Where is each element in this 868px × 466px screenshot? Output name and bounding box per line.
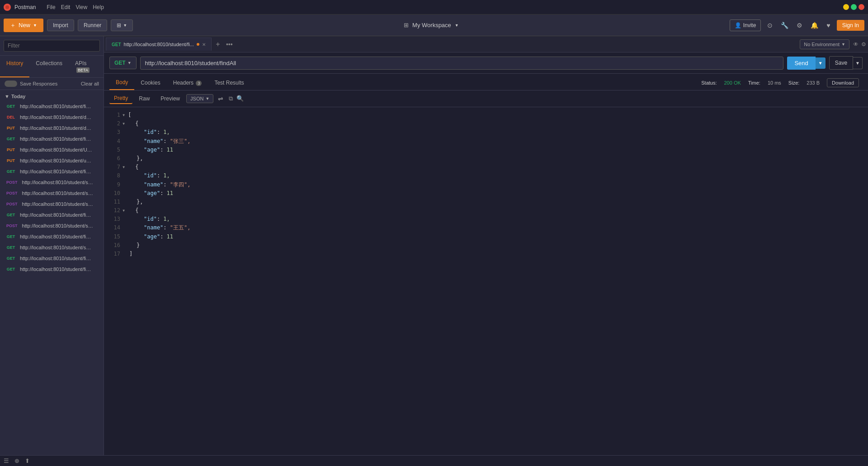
list-item[interactable]: POST http://localhost:8010/student/save — [0, 199, 104, 209]
menu-edit[interactable]: Edit — [61, 4, 71, 10]
search-icon[interactable]: 🔍 — [236, 95, 244, 102]
minimize-button[interactable] — [843, 4, 849, 10]
request-bar: GET ▼ Send ▼ Save ▼ — [104, 52, 868, 74]
menu-view[interactable]: View — [75, 4, 87, 10]
menu-file[interactable]: File — [47, 4, 55, 10]
list-item[interactable]: GET http://localhost:8010/student/findAl… — [0, 133, 104, 144]
format-tab-preview[interactable]: Preview — [156, 94, 184, 104]
list-item[interactable]: GET http://localhost:8010/student/findAl… — [0, 264, 104, 275]
history-group-today[interactable]: ▼ Today — [0, 90, 104, 101]
tab-apis[interactable]: APIs BETA — [69, 56, 104, 77]
list-item[interactable]: PUT http://localhost:8010/student/update — [0, 155, 104, 166]
tab-cookies[interactable]: Cookies — [134, 76, 166, 90]
tab-test-results[interactable]: Test Results — [208, 76, 250, 90]
method-selector[interactable]: GET ▼ — [109, 57, 137, 69]
wrench-icon-button[interactable]: 🔧 — [779, 20, 790, 31]
save-dropdown-button[interactable]: ▼ — [853, 57, 863, 69]
env-icons: 👁 ⚙ — [853, 41, 866, 48]
tab-collections[interactable]: Collections — [29, 56, 69, 77]
list-item[interactable]: POST http://localhost:8010/student/save — [0, 220, 104, 231]
collapse-icon[interactable]: ▾ — [122, 119, 125, 128]
chevron-down-icon: ▼ — [205, 96, 209, 101]
tab-headers[interactable]: Headers 3 — [167, 76, 208, 90]
list-item[interactable]: GET http://localhost:8010/student/findBy… — [0, 253, 104, 264]
download-button[interactable]: Download — [827, 78, 859, 87]
send-button[interactable]: Send — [787, 57, 815, 70]
more-tabs-button[interactable]: ••• — [223, 39, 236, 50]
runner-button[interactable]: Runner — [78, 19, 107, 31]
history-url: http://localhost:8010/student/findByld/3 — [20, 256, 92, 261]
tab-method-badge: GET — [112, 42, 121, 47]
taskbar-icon-2[interactable]: ⊕ — [14, 457, 19, 464]
clear-all-button[interactable]: Clear all — [81, 81, 99, 86]
history-url: http://localhost:8010/student/findAll — [20, 104, 92, 109]
plus-icon: ＋ — [10, 21, 16, 29]
chevron-down-icon: ▼ — [123, 23, 127, 28]
gear-icon[interactable]: ⚙ — [861, 41, 866, 48]
tab-history[interactable]: History — [0, 56, 29, 77]
eye-icon[interactable]: 👁 — [853, 41, 859, 48]
line-number: 6 — [109, 154, 120, 163]
format-tab-pretty[interactable]: Pretty — [109, 93, 132, 104]
list-item[interactable]: GET http://localhost:8010/student/findAl… — [0, 231, 104, 242]
satellite-icon-button[interactable]: ⊙ — [765, 20, 774, 31]
menu-help[interactable]: Help — [93, 4, 104, 10]
history-url: http://localhost:8010/student/deleteByld… — [20, 125, 92, 131]
history-list: GET http://localhost:8010/student/findAl… — [0, 101, 104, 455]
collapse-icon[interactable]: ▾ — [122, 111, 125, 119]
history-url: http://localhost:8010/student/findAll — [20, 266, 92, 272]
list-item[interactable]: GET http://localhost:8010/student/findAl… — [0, 166, 104, 177]
window-controls — [843, 4, 864, 10]
maximize-button[interactable] — [851, 4, 857, 10]
settings-icon-button[interactable]: ⚙ — [795, 20, 804, 31]
line-number: 13 — [109, 215, 120, 223]
invite-button[interactable]: 👤 Invite — [730, 19, 761, 31]
bell-icon-button[interactable]: 🔔 — [809, 20, 820, 31]
url-input[interactable] — [140, 57, 784, 70]
wrap-icon-button[interactable]: ⇌ — [218, 95, 223, 102]
line-number: 11 — [109, 198, 120, 206]
close-button[interactable] — [859, 4, 864, 10]
line-number: 17 — [109, 250, 120, 258]
send-dropdown-button[interactable]: ▼ — [816, 57, 826, 69]
list-item[interactable]: POST http://localhost:8010/student/save — [0, 188, 104, 199]
title-bar: Postman File Edit View Help — [0, 0, 868, 14]
sign-in-button[interactable]: Sign In — [837, 20, 864, 31]
request-tab[interactable]: GET http://localhost:8010/student/fi... … — [106, 38, 212, 51]
taskbar-icon-3[interactable]: ⬆ — [25, 457, 30, 464]
list-item[interactable]: GET http://localhost:8010/student/findAl… — [0, 209, 104, 220]
chevron-down-icon: ▼ — [841, 42, 845, 47]
json-line: 6 }, — [109, 154, 863, 163]
import-button[interactable]: Import — [47, 19, 74, 31]
save-button[interactable]: Save — [829, 56, 853, 70]
list-item[interactable]: DEL http://localhost:8010/student/delete… — [0, 112, 104, 123]
list-item[interactable]: GET http://localhost:8010/student/findAl… — [0, 101, 104, 112]
size-label: Size: — [788, 80, 799, 86]
heart-icon-button[interactable]: ♥ — [825, 20, 832, 31]
list-item[interactable]: POST http://localhost:8010/student/save — [0, 177, 104, 188]
search-input[interactable] — [4, 40, 100, 52]
list-item[interactable]: GET http://localhost:8010/student/save — [0, 242, 104, 253]
json-type-selector[interactable]: JSON ▼ — [186, 94, 213, 103]
environment-selector[interactable]: No Environment ▼ — [800, 39, 849, 49]
line-number: 15 — [109, 233, 120, 241]
new-button[interactable]: ＋ New ▼ — [4, 19, 43, 32]
history-url: http://localhost:8010/student/deleteByld… — [20, 114, 92, 120]
copy-icon[interactable]: ⧉ — [229, 95, 233, 102]
collapse-icon[interactable]: ▾ — [122, 163, 125, 171]
workspace-selector[interactable]: ⊞ My Workspace ▼ — [137, 22, 726, 29]
collapse-icon[interactable]: ▾ — [122, 206, 125, 215]
new-tab-button[interactable]: + — [212, 39, 223, 50]
tab-close-button[interactable]: ✕ — [202, 42, 206, 47]
format-tab-raw[interactable]: Raw — [134, 94, 154, 104]
chevron-down-icon: ▼ — [455, 23, 459, 28]
list-item[interactable]: PUT http://localhost:8010/student/delete… — [0, 123, 104, 133]
layout-button[interactable]: ⊞ ▼ — [111, 19, 133, 31]
user-icon: 👤 — [735, 22, 741, 29]
method-badge: GET — [5, 168, 17, 175]
taskbar-icon-1[interactable]: ☰ — [4, 457, 9, 464]
status-value: 200 OK — [724, 80, 741, 86]
tab-body[interactable]: Body — [109, 76, 134, 90]
save-responses-switch[interactable] — [5, 81, 17, 87]
list-item[interactable]: PUT http://localhost:8010/student/Update — [0, 144, 104, 155]
